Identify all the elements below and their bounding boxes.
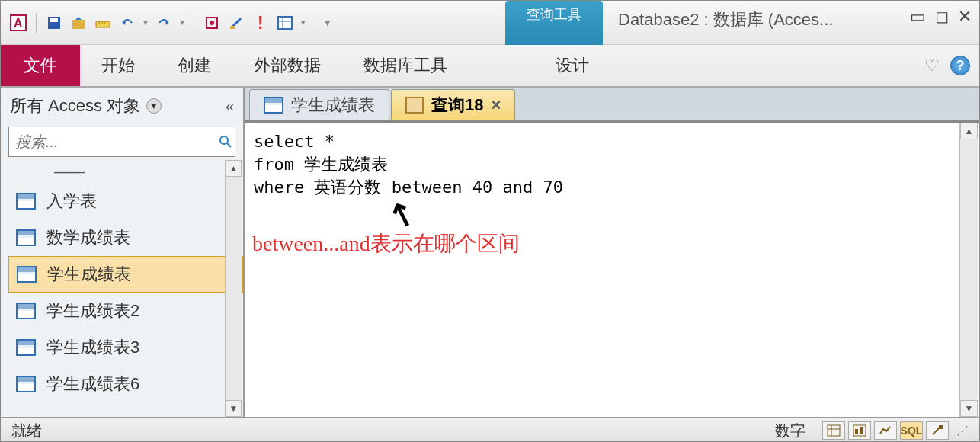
ribbon-tabs: 文件 开始 创建 外部数据 数据库工具 设计 ♡ ? (1, 45, 979, 88)
sql-editor[interactable]: select * from 学生成绩表 where 英语分数 between 4… (245, 121, 979, 417)
nav-item-table[interactable]: 学生成绩表3 (8, 329, 243, 366)
nav-scrollbar[interactable]: ▲ ▼ (225, 160, 242, 417)
svg-point-10 (210, 21, 214, 25)
scroll-up-icon[interactable]: ▲ (226, 160, 242, 177)
tab-home[interactable]: 开始 (80, 45, 156, 86)
svg-rect-11 (230, 26, 235, 29)
minimize-icon[interactable]: ▭ (910, 7, 926, 27)
window-title: Database2 : 数据库 (Acces... (618, 8, 833, 31)
datasheet-icon[interactable] (275, 13, 295, 33)
view-design-icon[interactable] (926, 421, 949, 440)
save-icon[interactable] (44, 13, 64, 33)
svg-rect-21 (855, 429, 858, 434)
svg-rect-22 (860, 427, 863, 434)
query-icon (405, 97, 424, 114)
scroll-up-icon[interactable]: ▲ (960, 123, 978, 139)
maximize-icon[interactable]: ◻ (935, 7, 949, 27)
svg-text:A: A (14, 17, 23, 30)
sql-text[interactable]: select * from 学生成绩表 where 英语分数 between 4… (245, 123, 979, 207)
help-icon[interactable]: ? (950, 56, 970, 75)
nav-pane-header[interactable]: 所有 Access 对象 ▾ « (1, 88, 243, 123)
title-bar: A ▼ ▼ ! ▼ ▼ (1, 1, 979, 45)
tab-database-tools[interactable]: 数据库工具 (342, 45, 469, 86)
scroll-down-icon[interactable]: ▼ (960, 400, 978, 417)
close-icon[interactable]: ✕ (958, 7, 972, 27)
window-controls: ▭ ◻ ✕ (910, 7, 972, 27)
minimize-ribbon-icon[interactable]: ♡ (924, 56, 940, 75)
content-scrollbar[interactable]: ▲ ▼ (959, 123, 978, 417)
table-icon (17, 266, 37, 283)
tab-external-data[interactable]: 外部数据 (232, 45, 342, 86)
table-icon (16, 303, 36, 319)
svg-line-16 (227, 143, 231, 147)
doc-tab-query[interactable]: 查询18 × (391, 89, 515, 120)
search-input[interactable] (9, 133, 216, 151)
table-icon (16, 229, 36, 246)
view-pivot-icon[interactable] (848, 421, 871, 440)
document-tab-bar: 学生成绩表 查询18 × (245, 88, 979, 121)
redo-icon[interactable] (154, 13, 174, 33)
view-sql-button[interactable]: SQL (900, 421, 923, 440)
status-ready: 就绪 (11, 421, 42, 441)
tool-icon-1[interactable] (202, 13, 222, 33)
doc-tab-table[interactable]: 学生成绩表 (249, 89, 389, 120)
svg-point-15 (220, 136, 228, 144)
nav-filter-dropdown-icon[interactable]: ▾ (146, 98, 162, 114)
resize-grip-icon[interactable]: ⋰ (956, 424, 969, 438)
file-tab[interactable]: 文件 (1, 45, 80, 86)
svg-rect-4 (72, 20, 85, 29)
brush-icon[interactable] (226, 13, 246, 33)
nav-object-list: —— 入学表 数学成绩表 学生成绩表 学生成绩表2 学生成绩表3 学生成绩表6 … (1, 160, 243, 417)
nav-collapse-icon[interactable]: « (226, 98, 234, 115)
navigation-pane: 所有 Access 对象 ▾ « —— 入学表 数学成绩表 学生成绩表 学生成绩… (1, 88, 245, 417)
qat-customize-icon[interactable]: ▼ (323, 18, 332, 28)
nav-item-table[interactable]: 学生成绩表6 (8, 366, 243, 402)
nav-item-table[interactable]: 入学表 (8, 183, 243, 219)
app-icon[interactable]: A (8, 13, 28, 33)
nav-pane-title: 所有 Access 对象 (10, 94, 140, 117)
main-area: 所有 Access 对象 ▾ « —— 入学表 数学成绩表 学生成绩表 学生成绩… (1, 88, 979, 417)
export-icon[interactable] (69, 13, 88, 33)
contextual-tab-header: 查询工具 (505, 1, 603, 45)
nav-search-box (8, 127, 235, 157)
tab-close-icon[interactable]: × (491, 95, 501, 115)
quick-access-toolbar: A ▼ ▼ ! ▼ ▼ (1, 13, 340, 33)
table-icon (16, 339, 36, 356)
nav-item-table[interactable]: 学生成绩表2 (8, 293, 243, 329)
ruler-icon[interactable] (93, 13, 113, 33)
view-switcher: SQL (822, 421, 949, 440)
table-icon (264, 97, 283, 114)
svg-rect-3 (50, 18, 58, 22)
nav-item-table[interactable]: 数学成绩表 (8, 219, 243, 256)
document-area: 学生成绩表 查询18 × select * from 学生成绩表 where 英… (245, 88, 979, 417)
scroll-down-icon[interactable]: ▼ (226, 400, 242, 417)
svg-rect-12 (278, 17, 292, 29)
annotation-text: between...and表示在哪个区间 (252, 229, 520, 258)
table-icon (16, 193, 36, 210)
exclamation-icon[interactable]: ! (251, 13, 271, 33)
svg-rect-23 (939, 425, 943, 429)
tab-create[interactable]: 创建 (156, 45, 232, 86)
svg-rect-17 (828, 425, 840, 436)
nav-item-table[interactable]: 学生成绩表 (8, 256, 243, 293)
view-datasheet-icon[interactable] (822, 421, 845, 440)
status-bar: 就绪 数字 SQL ⋰ (1, 417, 979, 442)
status-numlock: 数字 (775, 421, 805, 441)
view-chart-icon[interactable] (874, 421, 897, 440)
search-icon[interactable] (216, 135, 235, 149)
tab-design[interactable]: 设计 (534, 45, 610, 86)
table-icon (16, 376, 36, 392)
undo-icon[interactable] (117, 13, 137, 33)
svg-rect-5 (96, 21, 110, 27)
nav-item-truncated[interactable]: —— (8, 160, 243, 183)
